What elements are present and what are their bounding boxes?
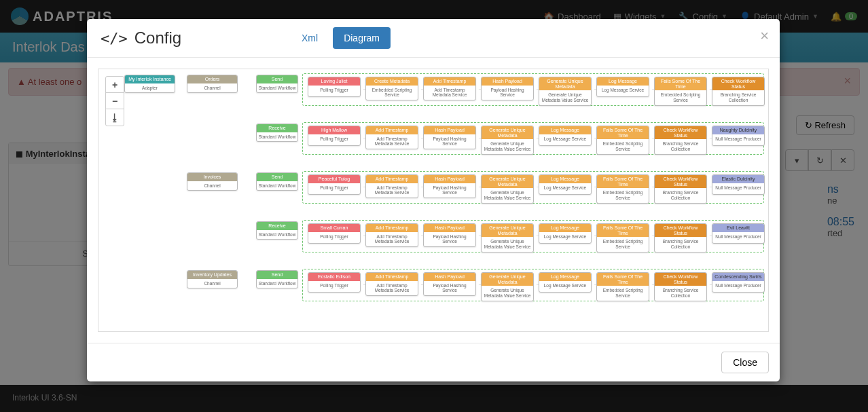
tab-diagram[interactable]: Diagram <box>333 27 391 49</box>
download-button[interactable]: ⭳ <box>106 109 124 126</box>
diagram-node[interactable]: Inventory UpdatesChannel <box>187 270 238 288</box>
diagram-node[interactable]: Check Workflow StatusBranching Service C… <box>654 126 707 155</box>
diagram-node[interactable]: Generate Unique MetadataGenerate Unique … <box>481 272 534 301</box>
diagram-node[interactable]: Elastic DulcinityNull Message Producer <box>712 174 765 195</box>
diagram-node[interactable]: Check Workflow StatusBranching Service C… <box>654 272 707 301</box>
arrow-icon: → <box>767 232 769 239</box>
diagram-node[interactable]: Evil LeavittNull Message Producer <box>712 223 765 244</box>
diagram-node[interactable]: Log MessageLog Message Service <box>539 272 592 293</box>
diagram-node[interactable]: SendStandard Workflow <box>256 75 298 93</box>
modal-title: </> Config <box>101 29 181 48</box>
diagram-node[interactable]: Add TimestampAdd Timestamp Metadata Serv… <box>365 174 418 198</box>
diagram-node[interactable]: SendStandard Workflow <box>256 172 298 191</box>
diagram-node[interactable]: Log MessageLog Message Service <box>596 77 649 97</box>
diagram-node[interactable]: ReceiveStandard Workflow <box>256 221 298 240</box>
diagram-node[interactable]: OrdersChannel <box>187 75 238 93</box>
diagram-node[interactable]: Hash PayloadPayload Hashing Service <box>481 77 534 100</box>
diagram-node[interactable]: Create MetadataEmbedded Scripting Servic… <box>365 77 418 100</box>
diagram-node[interactable]: Add TimestampAdd Timestamp Metadata Serv… <box>365 126 418 149</box>
diagram-node[interactable]: Loving JulietPolling Trigger <box>308 77 361 97</box>
diagram-node[interactable]: Hash PayloadPayload Hashing Service <box>423 272 476 296</box>
diagram-node[interactable]: Add TimestampAdd Timestamp Metadata Serv… <box>365 272 418 296</box>
diagram-node[interactable]: Log MessageLog Message Service <box>539 223 592 244</box>
diagram-zoom-controls: + − ⭳ <box>105 76 124 126</box>
arrow-icon: → <box>767 134 769 141</box>
diagram-node[interactable]: Hash PayloadPayload Hashing Service <box>423 126 476 149</box>
diagram-node[interactable]: ReceiveStandard Workflow <box>256 124 298 142</box>
diagram-node[interactable]: My Interlok InstanceAdapter <box>124 75 175 93</box>
config-modal: </> Config Xml Diagram × + − ⭳ My Interl… <box>87 19 780 381</box>
code-icon: </> <box>101 30 128 47</box>
diagram-node[interactable]: Hash PayloadPayload Hashing Service <box>423 223 476 247</box>
modal-close-icon[interactable]: × <box>760 27 769 45</box>
arrow-icon: → <box>767 281 769 288</box>
tab-xml[interactable]: Xml <box>291 27 329 49</box>
close-button[interactable]: Close <box>721 352 769 373</box>
diagram-node[interactable]: Fails Some Of The TimeEmbedded Scripting… <box>596 126 649 155</box>
diagram-node[interactable]: Fails Some Of The TimeEmbedded Scripting… <box>596 174 649 204</box>
diagram-node[interactable]: Generate Unique MetadataGenerate Unique … <box>481 126 534 155</box>
diagram-node[interactable]: Ecstatic EdisonPolling Trigger <box>308 272 361 293</box>
diagram-node[interactable]: Fails Some Of The TimeEmbedded Scripting… <box>596 272 649 301</box>
modal-header: </> Config Xml Diagram × <box>87 19 780 58</box>
diagram-node[interactable]: Generate Unique MetadataGenerate Unique … <box>539 77 592 106</box>
diagram-node[interactable]: Hash PayloadPayload Hashing Service <box>423 174 476 198</box>
diagram-node[interactable]: High MallowPolling Trigger <box>308 126 361 146</box>
diagram-node[interactable]: Add TimestampAdd Timestamp Metadata Serv… <box>423 77 476 100</box>
diagram-node[interactable]: Fails Some Of The TimeEmbedded Scripting… <box>654 77 707 106</box>
diagram-node[interactable]: Generate Unique MetadataGenerate Unique … <box>481 223 534 252</box>
arrow-icon: → <box>767 86 769 92</box>
diagram-node[interactable]: Check Workflow StatusBranching Service C… <box>712 77 765 106</box>
diagram-node[interactable]: Generate Unique MetadataGenerate Unique … <box>481 174 534 204</box>
diagram-node[interactable]: Peaceful TulogPolling Trigger <box>308 174 361 195</box>
diagram-node[interactable]: Naughty DulcinityNull Message Producer <box>712 126 765 146</box>
zoom-out-button[interactable]: − <box>106 93 124 109</box>
diagram-node[interactable]: SendStandard Workflow <box>256 270 298 288</box>
diagram-node[interactable]: Check Workflow StatusBranching Service C… <box>654 223 707 252</box>
diagram-node[interactable]: Add TimestampAdd Timestamp Metadata Serv… <box>365 223 418 247</box>
diagram-node[interactable]: Check Workflow StatusBranching Service C… <box>654 174 707 204</box>
zoom-in-button[interactable]: + <box>106 77 124 93</box>
diagram-node[interactable]: InvoicesChannel <box>187 172 238 191</box>
diagram-node[interactable]: Small CurranPolling Trigger <box>308 223 361 244</box>
arrow-icon: → <box>767 183 769 190</box>
diagram-area[interactable]: + − ⭳ My Interlok InstanceAdapterOrdersC… <box>98 69 769 332</box>
diagram-node[interactable]: Fails Some Of The TimeEmbedded Scripting… <box>596 223 649 252</box>
diagram-node[interactable]: Log MessageLog Message Service <box>539 126 592 146</box>
diagram-node[interactable]: Log MessageLog Message Service <box>539 174 592 195</box>
diagram-node[interactable]: Condescending SwirlsNull Message Produce… <box>712 272 765 293</box>
